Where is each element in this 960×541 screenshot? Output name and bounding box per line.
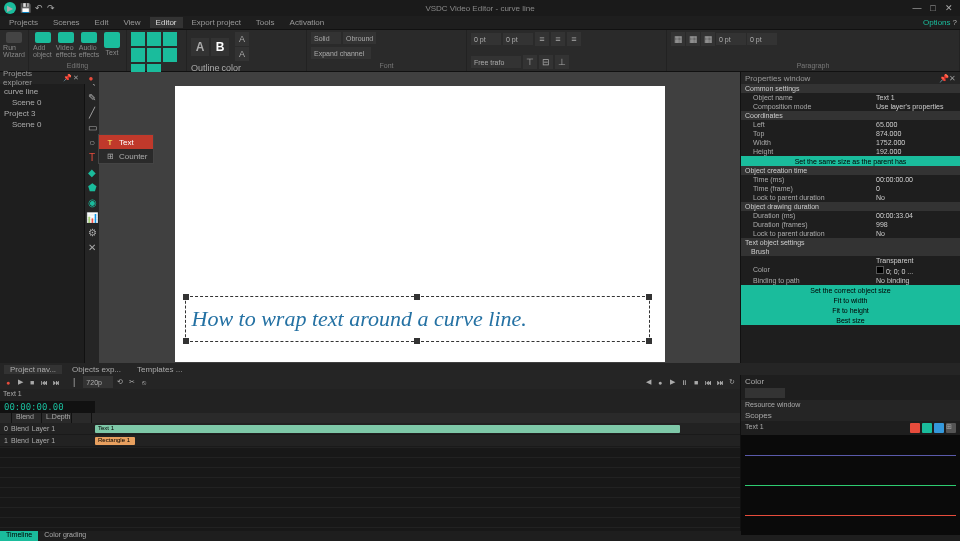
font-style-select[interactable]: Solid xyxy=(311,32,341,44)
prop-height[interactable]: 192.000 xyxy=(876,148,956,155)
help-link[interactable]: ? xyxy=(953,18,957,27)
resize-handle[interactable] xyxy=(646,294,652,300)
prop-left[interactable]: 65.000 xyxy=(876,121,956,128)
canvas-text-content[interactable]: How to wrap text around a curve line. xyxy=(186,306,527,332)
text-style-b[interactable]: B xyxy=(211,38,229,56)
valign-top[interactable]: ⊤ xyxy=(523,55,537,69)
prop-lock[interactable]: No xyxy=(876,194,956,201)
timeline-clip-text[interactable]: Text 1 xyxy=(95,425,680,433)
res-select[interactable]: 720p xyxy=(83,376,113,388)
panel-pin[interactable]: 📌 xyxy=(939,74,949,83)
prop-cat-coords[interactable]: Coordinates xyxy=(741,111,960,120)
bottom-tab-color-grading[interactable]: Color grading xyxy=(38,531,92,541)
timeline-ruler[interactable] xyxy=(95,401,740,413)
prop-comp-mode[interactable]: Use layer's properties xyxy=(876,103,956,110)
tool-btn[interactable] xyxy=(131,48,145,62)
prop-cat-textobj[interactable]: Text object settings xyxy=(741,238,960,247)
menu-editor[interactable]: Editor xyxy=(150,17,183,28)
prop-object-name[interactable]: Text 1 xyxy=(876,94,956,101)
menu-view[interactable]: View xyxy=(117,17,146,28)
panel-close[interactable]: ✕ xyxy=(949,74,956,83)
prop-binding[interactable]: No binding xyxy=(876,277,956,284)
prop-brush-type[interactable]: Transparent xyxy=(876,257,956,264)
color-swatch[interactable] xyxy=(745,388,785,398)
shape3-tool[interactable]: ◉ xyxy=(86,196,98,208)
prop-color[interactable]: 0; 0; 0 ... xyxy=(876,266,956,275)
scope-r[interactable] xyxy=(910,423,920,433)
line-tool[interactable]: ╱ xyxy=(86,106,98,118)
rect-tool[interactable]: ▭ xyxy=(86,121,98,133)
scopes-selection[interactable]: Text 1 xyxy=(745,423,764,433)
tl-btn[interactable]: ↻ xyxy=(727,377,737,387)
para-pt[interactable]: 0 pt xyxy=(747,33,777,45)
tree-scene[interactable]: Scene 0 xyxy=(2,97,82,108)
qat-redo[interactable]: ↷ xyxy=(47,3,55,13)
tool-btn[interactable] xyxy=(163,32,177,46)
ctx-counter[interactable]: ⊞ Counter xyxy=(99,149,153,163)
menu-scenes[interactable]: Scenes xyxy=(47,17,86,28)
tl-btn[interactable]: ⏸ xyxy=(679,377,689,387)
audio-effects-button[interactable]: Audio effects xyxy=(79,32,99,58)
pt2[interactable]: 0 pt xyxy=(503,33,533,45)
fit-width-button[interactable]: Fit to width xyxy=(741,295,960,305)
panel-pin[interactable]: 📌 xyxy=(63,74,71,82)
tl-play[interactable]: ▶ xyxy=(15,377,25,387)
fit-height-button[interactable]: Fit to height xyxy=(741,305,960,315)
chart-tool[interactable]: 📊 xyxy=(86,211,98,223)
para-btn[interactable]: ▦ xyxy=(671,32,685,46)
tb-delete[interactable]: ● xyxy=(86,73,96,83)
resize-handle[interactable] xyxy=(183,338,189,344)
tree-project[interactable]: Project 3 xyxy=(2,108,82,119)
text-style-a1[interactable]: A xyxy=(191,38,209,56)
tl-btn[interactable]: ⏮ xyxy=(703,377,713,387)
tl-btn[interactable]: ⎋ xyxy=(139,377,149,387)
tool-btn[interactable] xyxy=(147,32,161,46)
tab-project-nav[interactable]: Project nav... xyxy=(4,365,62,374)
align-right[interactable]: ≡ xyxy=(567,32,581,46)
tl-btn[interactable]: ● xyxy=(655,377,665,387)
prop-dur-ms[interactable]: 00:00:33.04 xyxy=(876,212,956,219)
pt1[interactable]: 0 pt xyxy=(471,33,501,45)
video-effects-button[interactable]: Video effects xyxy=(56,32,76,58)
para-btn[interactable]: ▦ xyxy=(701,32,715,46)
prop-time-ms[interactable]: 00:00:00.00 xyxy=(876,176,956,183)
text-tool[interactable]: T xyxy=(86,151,98,163)
add-object-button[interactable]: Add object xyxy=(33,32,53,58)
font-inc[interactable]: A xyxy=(235,47,249,61)
tool-btn[interactable] xyxy=(163,48,177,62)
scope-b[interactable] xyxy=(934,423,944,433)
qat-undo[interactable]: ↶ xyxy=(35,3,43,13)
prop-top[interactable]: 874.000 xyxy=(876,130,956,137)
ctx-text[interactable]: T Text xyxy=(99,135,153,149)
resize-handle[interactable] xyxy=(414,338,420,344)
best-size-button[interactable]: Best size xyxy=(741,315,960,325)
pencil-tool[interactable]: ✎ xyxy=(86,91,98,103)
qat-save[interactable]: 💾 xyxy=(20,3,31,13)
align-left[interactable]: ≡ xyxy=(535,32,549,46)
misc-tool[interactable]: ⚙ xyxy=(86,226,98,238)
run-wizard-button[interactable]: Run Wizard xyxy=(4,32,24,58)
tl-next[interactable]: ⏭ xyxy=(51,377,61,387)
valign-mid[interactable]: ⊟ xyxy=(539,55,553,69)
prop-lock2[interactable]: No xyxy=(876,230,956,237)
para-btn[interactable]: ▦ xyxy=(686,32,700,46)
minimize-button[interactable]: — xyxy=(910,2,924,14)
misc-tool2[interactable]: ✕ xyxy=(86,241,98,253)
menu-edit[interactable]: Edit xyxy=(89,17,115,28)
text-effects-button[interactable]: Text xyxy=(102,32,122,58)
tool-btn[interactable] xyxy=(131,32,145,46)
tl-btn[interactable]: ■ xyxy=(691,377,701,387)
trafo-select[interactable]: Free trafo xyxy=(471,56,521,68)
timeline-clip-rect[interactable]: Rectangle 1 xyxy=(95,437,135,445)
align-center[interactable]: ≡ xyxy=(551,32,565,46)
tl-stop[interactable]: ■ xyxy=(27,377,37,387)
bottom-tab-timeline[interactable]: Timeline xyxy=(0,531,38,541)
tl-btn[interactable]: ✂ xyxy=(127,377,137,387)
tool-btn[interactable] xyxy=(147,48,161,62)
expand-select[interactable]: Expand channel xyxy=(311,47,371,59)
menu-projects[interactable]: Projects xyxy=(3,17,44,28)
tree-scene[interactable]: Scene 0 xyxy=(2,119,82,130)
resize-handle[interactable] xyxy=(414,294,420,300)
tree-project[interactable]: curve line xyxy=(2,86,82,97)
resize-handle[interactable] xyxy=(183,294,189,300)
